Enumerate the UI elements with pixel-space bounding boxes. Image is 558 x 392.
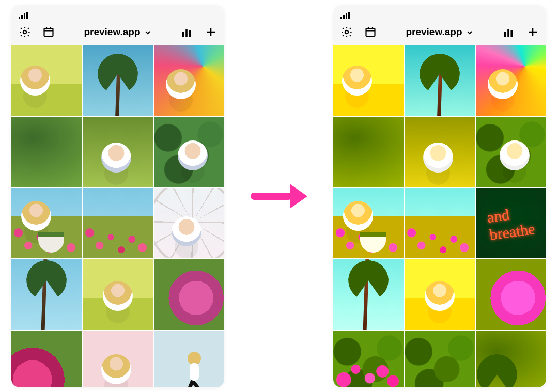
svg-rect-6	[182, 32, 184, 37]
svg-rect-7	[185, 29, 188, 37]
grid-cell[interactable]	[405, 331, 475, 387]
feed-grid	[11, 45, 224, 387]
svg-rect-16	[507, 29, 509, 37]
status-bar	[333, 5, 546, 19]
grid-cell[interactable]	[333, 259, 404, 330]
svg-rect-5	[44, 28, 53, 36]
grid-cell[interactable]	[405, 117, 475, 187]
app-title: preview.app	[84, 26, 140, 38]
account-switcher[interactable]: preview.app	[406, 26, 473, 38]
account-switcher[interactable]: preview.app	[84, 26, 151, 38]
grid-cell[interactable]	[333, 45, 404, 116]
grid-cell[interactable]	[405, 188, 475, 258]
grid-cell[interactable]	[476, 45, 546, 116]
svg-point-13	[345, 30, 348, 34]
plus-icon[interactable]	[526, 26, 539, 38]
grid-cell[interactable]	[154, 331, 224, 387]
plus-icon[interactable]	[205, 26, 217, 38]
signal-icon	[340, 12, 350, 19]
svg-rect-1	[21, 15, 23, 19]
app-header: preview.app	[333, 19, 546, 45]
grid-cell[interactable]	[11, 259, 82, 330]
grid-cell[interactable]	[333, 188, 404, 258]
grid-cell[interactable]	[405, 45, 475, 116]
grid-cell[interactable]	[11, 45, 82, 116]
grid-cell[interactable]	[476, 117, 546, 187]
calendar-icon[interactable]	[364, 26, 377, 38]
bar-chart-icon[interactable]	[181, 26, 193, 38]
grid-cell[interactable]	[11, 188, 82, 258]
grid-cell[interactable]	[333, 331, 404, 387]
calendar-icon[interactable]	[42, 26, 55, 38]
grid-cell[interactable]	[476, 331, 546, 387]
grid-cell[interactable]	[83, 117, 153, 187]
grid-cell[interactable]	[154, 188, 224, 258]
grid-cell[interactable]	[11, 117, 82, 187]
phone-before: preview.app	[11, 5, 224, 387]
grid-cell[interactable]: and breathe	[476, 188, 546, 258]
gear-icon[interactable]	[19, 26, 31, 38]
signal-icon	[19, 12, 28, 19]
grid-cell[interactable]	[154, 117, 224, 187]
feed-grid: and breathe	[333, 45, 546, 387]
grid-cell[interactable]	[333, 117, 404, 187]
grid-cell[interactable]	[11, 331, 82, 387]
svg-rect-2	[24, 13, 25, 19]
svg-rect-0	[19, 17, 20, 19]
chevron-down-icon	[466, 28, 474, 37]
svg-rect-10	[343, 15, 345, 19]
grid-cell[interactable]	[154, 259, 224, 330]
svg-rect-9	[340, 17, 342, 19]
grid-cell[interactable]	[154, 45, 224, 116]
grid-cell[interactable]	[405, 259, 475, 330]
gear-icon[interactable]	[340, 26, 353, 38]
status-bar	[11, 5, 224, 19]
svg-rect-15	[504, 32, 506, 37]
grid-cell[interactable]	[83, 259, 153, 330]
grid-cell[interactable]	[83, 331, 153, 387]
svg-rect-12	[348, 12, 350, 19]
grid-cell[interactable]	[83, 188, 153, 258]
neon-text: and breathe	[486, 202, 536, 244]
svg-rect-3	[26, 12, 28, 19]
svg-rect-14	[366, 28, 375, 36]
app-header: preview.app	[11, 19, 224, 45]
phone-after: preview.app and b	[333, 5, 546, 387]
svg-rect-8	[189, 30, 191, 37]
bar-chart-icon[interactable]	[503, 26, 515, 38]
arrow-icon	[251, 186, 307, 207]
app-title: preview.app	[406, 26, 462, 38]
chevron-down-icon	[144, 28, 152, 37]
grid-cell[interactable]	[476, 259, 546, 330]
svg-rect-11	[346, 13, 347, 19]
grid-cell[interactable]	[83, 45, 153, 116]
svg-point-4	[23, 30, 26, 34]
svg-rect-17	[510, 30, 513, 37]
